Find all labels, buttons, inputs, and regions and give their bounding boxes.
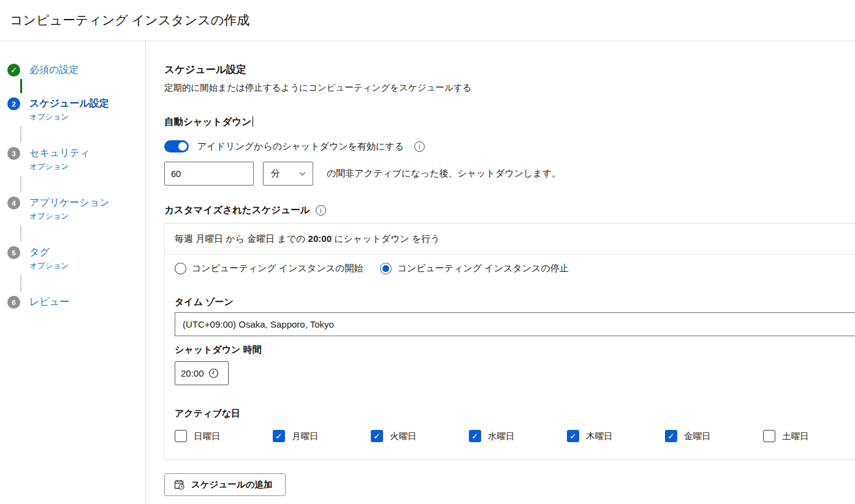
wizard-steps-sidebar: 必須の設定 2 スケジュール設定 オプション 3 セキュリティ オプション 4 … [0, 41, 146, 504]
radio-stop-compute-instance[interactable]: コンピューティング インスタンスの停止 [380, 263, 568, 274]
checkbox-checked-icon [273, 430, 285, 442]
step-complete-check-icon [7, 64, 20, 77]
idle-minutes-input[interactable] [164, 162, 254, 186]
shutdown-time-label: シャットダウン 時間 [175, 344, 855, 356]
step-optional-tag: オプション [29, 211, 110, 222]
chevron-down-icon [298, 170, 306, 178]
page-title: コンピューティング インスタンスの作成 [10, 12, 855, 29]
timezone-label: タイム ゾーン [175, 296, 855, 308]
checkbox-checked-icon [567, 430, 579, 442]
step-optional-tag: オプション [29, 261, 69, 271]
step-optional-tag: オプション [29, 112, 109, 122]
checkbox-checked-icon [469, 430, 481, 442]
checkbox-checked-icon [371, 430, 383, 442]
step-label[interactable]: アプリケーション [29, 196, 110, 209]
radio-unselected-icon [175, 263, 186, 274]
step-label[interactable]: タグ [29, 246, 69, 258]
step-optional-tag: オプション [29, 162, 89, 172]
info-icon[interactable] [414, 141, 425, 152]
day-checkbox-tuesday[interactable]: 火曜日 [371, 430, 469, 442]
sidebar-step-schedule-settings[interactable]: 2 スケジュール設定 オプション [7, 97, 145, 122]
step-connector [20, 126, 21, 143]
shutdown-time-value: 20:00 [181, 368, 204, 378]
step-label[interactable]: セキュリティ [29, 146, 89, 159]
step-number-icon: 5 [7, 246, 20, 259]
checkbox-unchecked-icon [763, 430, 775, 442]
day-checkbox-monday[interactable]: 月曜日 [273, 430, 371, 442]
active-days-group: 日曜日 月曜日 火曜日 水曜日 木曜日 [175, 430, 855, 442]
schedule-settings-panel: スケジュール設定 定期的に開始または停止するようにコンピューティングをスケジュー… [146, 41, 855, 504]
day-checkbox-saturday[interactable]: 土曜日 [763, 430, 855, 442]
sidebar-step-security[interactable]: 3 セキュリティ オプション [7, 146, 145, 172]
idle-suffix-text: の間非アクティブになった後、シャットダウンします。 [327, 168, 561, 179]
time-unit-value: 分 [271, 168, 280, 179]
day-checkbox-wednesday[interactable]: 水曜日 [469, 430, 567, 442]
idle-shutdown-toggle[interactable] [164, 140, 189, 152]
info-icon[interactable] [316, 205, 326, 216]
radio-selected-icon [380, 263, 392, 274]
toggle-knob [178, 142, 187, 151]
time-unit-dropdown[interactable]: 分 [263, 162, 313, 186]
day-checkbox-friday[interactable]: 金曜日 [665, 430, 763, 442]
timezone-dropdown[interactable]: (UTC+09:00) Osaka, Sapporo, Tokyo [175, 312, 855, 336]
sidebar-step-applications[interactable]: 4 アプリケーション オプション [7, 196, 145, 222]
schedule-summary-time: 20:00 [308, 233, 332, 244]
idle-shutdown-toggle-label: アイドリングからのシャットダウンを有効にする [197, 141, 404, 152]
shutdown-time-input[interactable]: 20:00 [175, 361, 229, 385]
schedule-card: 毎週 月曜日 から 金曜日 までの 20:00 にシャットダウン を行う コンピ… [164, 223, 855, 460]
active-days-label: アクティブな日 [175, 408, 855, 419]
add-schedule-button[interactable]: スケジュールの追加 [164, 473, 286, 496]
section-heading: スケジュール設定 [164, 63, 855, 77]
checkbox-unchecked-icon [175, 430, 187, 442]
sidebar-step-required-settings[interactable]: 必須の設定 [7, 63, 145, 77]
sidebar-step-review[interactable]: 6 レビュー [7, 295, 145, 309]
schedule-summary: 毎週 月曜日 から 金曜日 までの 20:00 にシャットダウン を行う [165, 224, 855, 255]
custom-schedule-heading: カスタマイズされたスケジュール [164, 204, 310, 217]
text-cursor [253, 116, 253, 127]
radio-start-compute-instance[interactable]: コンピューティング インスタンスの開始 [175, 263, 363, 274]
step-connector [20, 225, 21, 242]
step-number-icon: 3 [7, 147, 20, 160]
step-number-icon: 6 [7, 296, 20, 309]
add-schedule-button-label: スケジュールの追加 [191, 479, 273, 491]
step-label[interactable]: スケジュール設定 [29, 97, 109, 110]
step-number-icon: 2 [7, 97, 20, 110]
calendar-clock-icon [173, 479, 185, 491]
auto-shutdown-heading: 自動シャットダウン [164, 116, 855, 129]
page-header: コンピューティング インスタンスの作成 [0, 0, 855, 41]
step-connector [20, 176, 21, 192]
clock-icon [208, 368, 219, 378]
section-description: 定期的に開始または停止するようにコンピューティングをスケジュールする [164, 82, 855, 94]
day-checkbox-sunday[interactable]: 日曜日 [175, 430, 273, 442]
step-connector [20, 275, 21, 291]
step-number-icon: 4 [7, 197, 20, 209]
step-connector [20, 79, 22, 93]
step-label[interactable]: 必須の設定 [29, 63, 78, 76]
day-checkbox-thursday[interactable]: 木曜日 [567, 430, 665, 442]
step-label[interactable]: レビュー [29, 295, 69, 308]
timezone-value: (UTC+09:00) Osaka, Sapporo, Tokyo [183, 319, 334, 329]
sidebar-step-tags[interactable]: 5 タグ オプション [7, 246, 145, 271]
checkbox-checked-icon [665, 430, 677, 442]
